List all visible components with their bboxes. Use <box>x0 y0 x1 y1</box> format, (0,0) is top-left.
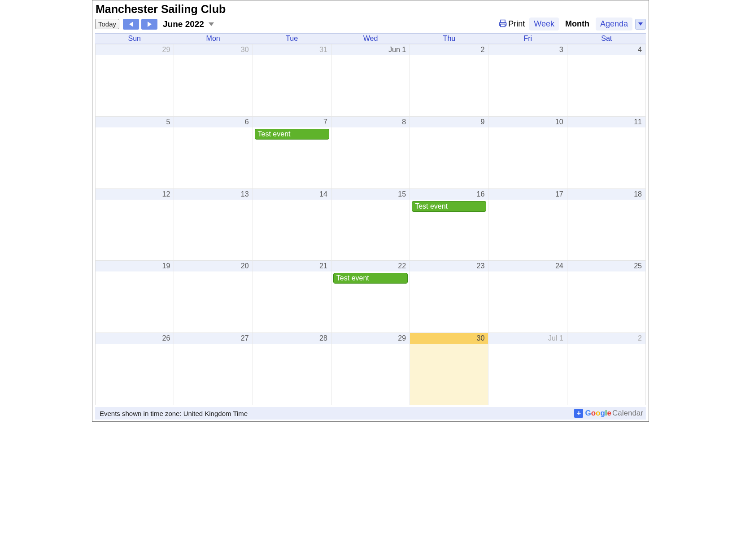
date-label: 15 <box>331 189 410 200</box>
day-cell[interactable]: Jun 1 <box>331 44 410 116</box>
calendar-event[interactable]: Test event <box>412 201 486 212</box>
week-row: 293031Jun 1234 <box>96 44 646 116</box>
date-label: 10 <box>488 117 567 127</box>
date-label: 26 <box>96 333 174 344</box>
date-label: 25 <box>567 261 645 271</box>
date-label: 20 <box>174 261 252 271</box>
day-cell[interactable]: 24 <box>488 260 567 332</box>
prev-button[interactable] <box>123 19 139 30</box>
day-cell[interactable]: 15 <box>331 188 410 261</box>
day-cell[interactable]: 17 <box>488 188 567 261</box>
calendar-event[interactable]: Test event <box>255 129 329 140</box>
date-label: 2 <box>410 44 488 55</box>
day-cell[interactable]: 31 <box>253 44 331 116</box>
day-cell[interactable]: 10 <box>488 116 567 188</box>
date-label: 7 <box>253 117 331 127</box>
calendar-logo-text: Calendar <box>612 409 643 418</box>
month-label: June 2022 <box>163 19 204 29</box>
day-header: Wed <box>331 34 410 44</box>
date-label: 14 <box>253 189 331 200</box>
day-cell[interactable]: 8 <box>331 116 410 188</box>
date-label: 5 <box>96 117 174 127</box>
day-cell[interactable]: 12 <box>96 188 174 261</box>
week-row: 2627282930Jul 12 <box>96 332 646 405</box>
calendar-frame: Manchester Sailing Club Today June 2022 … <box>92 0 649 422</box>
date-label: 29 <box>96 44 174 55</box>
date-label: 17 <box>488 189 567 200</box>
footer: Events shown in time zone: United Kingdo… <box>95 407 646 420</box>
day-cell[interactable]: 19 <box>96 260 174 332</box>
day-cell[interactable]: 30 <box>410 332 488 405</box>
calendar-event[interactable]: Test event <box>333 273 408 284</box>
week-row: 19202122Test event232425 <box>96 260 646 332</box>
day-cell[interactable]: 6 <box>174 116 253 188</box>
day-cell[interactable]: 4 <box>567 44 646 116</box>
chevron-left-icon <box>129 22 133 27</box>
view-week-button[interactable]: Week <box>529 18 559 31</box>
day-cell[interactable]: 29 <box>96 44 174 116</box>
google-calendar-link[interactable]: + Google Calendar <box>574 409 643 418</box>
day-cell[interactable]: 22Test event <box>331 260 410 332</box>
date-label: 31 <box>253 44 331 55</box>
day-header: Fri <box>488 34 567 44</box>
day-cell[interactable]: 28 <box>253 332 331 405</box>
day-cell[interactable]: 14 <box>253 188 331 261</box>
date-label: Jul 1 <box>488 333 567 344</box>
day-cell[interactable]: 2 <box>410 44 488 116</box>
day-cell[interactable]: 5 <box>96 116 174 188</box>
date-label: 2 <box>567 333 645 344</box>
day-cell[interactable]: 18 <box>567 188 646 261</box>
day-header: Thu <box>410 34 488 44</box>
month-grid: 293031Jun 1234567Test event8910111213141… <box>95 44 646 405</box>
day-cell[interactable]: 13 <box>174 188 253 261</box>
day-cell[interactable]: 30 <box>174 44 253 116</box>
date-label: 23 <box>410 261 488 271</box>
print-label: Print <box>508 19 525 29</box>
month-dropdown-icon[interactable] <box>209 22 214 26</box>
plus-icon: + <box>574 409 583 418</box>
print-button[interactable]: Print <box>498 19 525 30</box>
day-cell[interactable]: 27 <box>174 332 253 405</box>
date-label: 16 <box>410 189 488 200</box>
date-label: 11 <box>567 117 645 127</box>
day-cell[interactable]: 29 <box>331 332 410 405</box>
date-label: 27 <box>174 333 252 344</box>
day-cell[interactable]: 7Test event <box>253 116 331 188</box>
day-cell[interactable]: 16Test event <box>410 188 488 261</box>
chevron-down-icon <box>638 22 643 26</box>
toolbar: Today June 2022 Print Week Month Agenda <box>92 17 649 33</box>
date-label: 4 <box>567 44 645 55</box>
day-cell[interactable]: 11 <box>567 116 646 188</box>
day-cell[interactable]: 25 <box>567 260 646 332</box>
next-button[interactable] <box>141 19 157 30</box>
date-label: 8 <box>331 117 410 127</box>
day-header: Mon <box>174 34 252 44</box>
calendar-title: Manchester Sailing Club <box>92 0 649 17</box>
calendar-options-button[interactable] <box>635 19 646 30</box>
timezone-label: Events shown in time zone: United Kingdo… <box>100 410 248 417</box>
today-button[interactable]: Today <box>95 19 119 29</box>
day-cell[interactable]: 26 <box>96 332 174 405</box>
view-month-button[interactable]: Month <box>561 18 594 31</box>
date-label: 19 <box>96 261 174 271</box>
date-label: 18 <box>567 189 645 200</box>
date-label: 28 <box>253 333 331 344</box>
day-header-row: Sun Mon Tue Wed Thu Fri Sat <box>95 33 646 44</box>
day-cell[interactable]: 9 <box>410 116 488 188</box>
google-logo-text: Google <box>585 409 611 418</box>
day-cell[interactable]: 21 <box>253 260 331 332</box>
date-label: 6 <box>174 117 252 127</box>
day-cell[interactable]: 20 <box>174 260 253 332</box>
date-label: Jun 1 <box>331 44 410 55</box>
day-cell[interactable]: 23 <box>410 260 488 332</box>
day-cell[interactable]: 3 <box>488 44 567 116</box>
date-label: 3 <box>488 44 567 55</box>
day-cell[interactable]: 2 <box>567 332 646 405</box>
date-label: 13 <box>174 189 252 200</box>
print-icon <box>498 19 507 30</box>
date-label: 9 <box>410 117 488 127</box>
view-agenda-button[interactable]: Agenda <box>596 18 632 31</box>
day-cell[interactable]: Jul 1 <box>488 332 567 405</box>
date-label: 24 <box>488 261 567 271</box>
date-label: 21 <box>253 261 331 271</box>
